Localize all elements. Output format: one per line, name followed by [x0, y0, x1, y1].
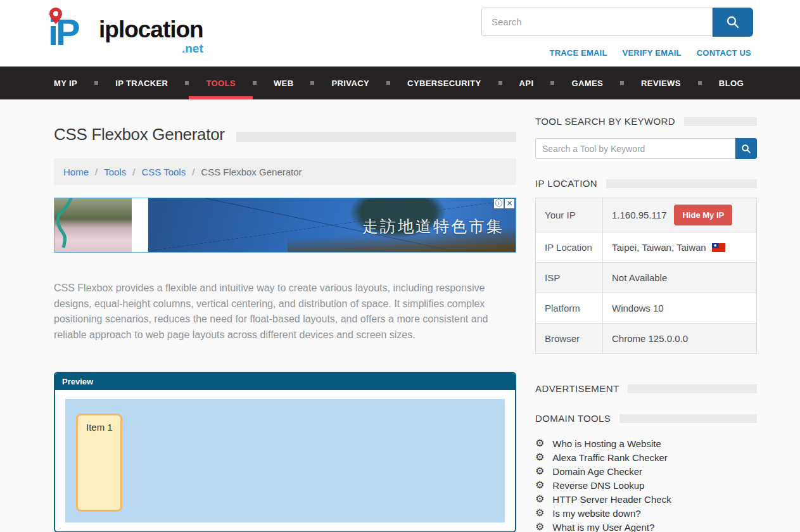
your-ip-value: 1.160.95.117	[612, 210, 666, 220]
hide-my-ip-button[interactable]: Hide My IP	[674, 205, 732, 225]
domain-tools-heading: DOMAIN TOOLS	[535, 413, 611, 424]
ad-image-landscape	[54, 198, 132, 252]
list-item[interactable]: ⚙ Who is Hosting a Website	[535, 436, 757, 450]
flexbox-demo-item: Item 1	[76, 414, 122, 512]
table-row: Platform Windows 10	[536, 293, 756, 324]
nav-separator	[310, 81, 314, 85]
row-label: Your IP	[536, 198, 603, 232]
list-item[interactable]: ⚙ Domain Age Checker	[535, 464, 757, 478]
platform-value: Windows 10	[612, 303, 664, 314]
nav-item-tools[interactable]: TOOLS	[206, 66, 236, 99]
tool-search-input[interactable]	[535, 138, 735, 159]
row-label: ISP	[536, 263, 603, 293]
location-pin-icon	[49, 8, 62, 24]
row-label: Platform	[536, 293, 603, 323]
ad-squiggle-graphic	[54, 198, 132, 253]
ip-info-table: Your IP 1.160.95.117 Hide My IP IP Locat…	[535, 198, 757, 354]
domain-tools-list: ⚙ Who is Hosting a Website ⚙ Alexa Traff…	[535, 436, 757, 532]
trace-email-link[interactable]: TRACE EMAIL	[550, 48, 607, 58]
verify-email-link[interactable]: VERIFY EMAIL	[623, 48, 682, 58]
isp-value: Not Available	[612, 272, 667, 283]
logo-tld: .net	[182, 42, 203, 56]
domain-tool-link[interactable]: What is my User Agent?	[552, 522, 654, 532]
gear-icon: ⚙	[535, 494, 544, 504]
domain-tool-link[interactable]: HTTP Server Header Check	[552, 494, 671, 505]
nav-item-blog[interactable]: BLOG	[719, 66, 744, 99]
page-content: CSS Flexbox Generator Home / Tools / CSS…	[0, 99, 800, 532]
gear-icon: ⚙	[535, 480, 544, 490]
nav-item-cybersecurity[interactable]: CYBERSECURITY	[407, 66, 481, 99]
domain-tool-link[interactable]: Is my website down?	[552, 508, 640, 519]
domain-tool-link[interactable]: Alexa Traffic Rank Checker	[552, 452, 667, 463]
nav-separator	[498, 81, 502, 85]
list-item[interactable]: ⚙ Reverse DNS Lookup	[535, 478, 757, 492]
breadcrumb-separator: /	[192, 167, 194, 177]
nav-separator	[253, 81, 257, 85]
preview-panel-title: Preview	[55, 373, 515, 390]
table-row: Your IP 1.160.95.117 Hide My IP	[536, 198, 756, 232]
flexbox-demo-container: Item 1	[65, 399, 505, 522]
search-icon	[726, 15, 740, 29]
table-row: IP Location Taipei, Taiwan, Taiwan	[536, 232, 756, 263]
logo-text: iplocation .net	[99, 16, 203, 43]
page-title: CSS Flexbox Generator	[54, 125, 225, 144]
logo-name: iplocation	[99, 16, 203, 42]
breadcrumb-tools-link[interactable]: Tools	[104, 167, 126, 177]
domain-tool-link[interactable]: Reverse DNS Lookup	[552, 480, 644, 491]
list-item[interactable]: ⚙ Is my website down?	[535, 506, 757, 520]
header-search-input[interactable]	[481, 8, 713, 36]
breadcrumb-separator: /	[132, 167, 135, 177]
nav-item-ip-tracker[interactable]: IP TRACKER	[115, 66, 168, 99]
ad-image-building: 走訪地道特色市集 ⓘ ✕	[148, 198, 516, 252]
ip-location-value: Taipei, Taiwan, Taiwan	[612, 242, 706, 253]
nav-item-api[interactable]: API	[519, 66, 534, 99]
heading-decoration-bar	[628, 384, 757, 393]
nav-item-reviews[interactable]: REVIEWS	[641, 66, 681, 99]
list-item[interactable]: ⚙ HTTP Server Header Check	[535, 492, 757, 506]
preview-panel: Preview Item 1	[54, 372, 516, 532]
nav-separator	[550, 81, 554, 85]
gear-icon: ⚙	[535, 508, 544, 518]
tool-search-heading: TOOL SEARCH BY KEYWORD	[535, 116, 675, 127]
nav-separator	[94, 81, 98, 85]
header-links: TRACE EMAIL VERIFY EMAIL CONTACT US	[550, 48, 751, 58]
ad-headline: 走訪地道特色市集	[362, 216, 504, 237]
ad-gap	[132, 198, 148, 252]
browser-value: Chrome 125.0.0.0	[612, 333, 688, 344]
gear-icon: ⚙	[535, 452, 544, 462]
heading-decoration-bar	[684, 117, 757, 126]
list-item[interactable]: ⚙ Alexa Traffic Rank Checker	[535, 450, 757, 464]
site-logo[interactable]: iP iplocation .net	[48, 6, 203, 58]
header-search-button[interactable]	[713, 8, 753, 37]
logo-monogram: iP	[48, 6, 98, 58]
advertisement-heading: ADVERTISEMENT	[535, 383, 619, 394]
list-item[interactable]: ⚙ What is my User Agent?	[535, 520, 757, 532]
sidebar: TOOL SEARCH BY KEYWORD IP LOCATION Y	[535, 99, 757, 532]
gear-icon: ⚙	[535, 438, 544, 448]
preview-panel-body: Item 1	[55, 390, 515, 531]
breadcrumb-home-link[interactable]: Home	[63, 167, 89, 177]
ad-close-icon[interactable]: ✕	[505, 199, 514, 208]
header-search	[481, 8, 753, 37]
contact-us-link[interactable]: CONTACT US	[697, 48, 751, 58]
heading-decoration-bar	[619, 414, 757, 423]
nav-item-my-ip[interactable]: MY IP	[54, 66, 77, 99]
row-label: IP Location	[536, 232, 603, 262]
ad-banner[interactable]: 走訪地道特色市集 ⓘ ✕	[54, 198, 516, 253]
tool-search-button[interactable]	[735, 138, 757, 159]
main-nav: MY IP IP TRACKER TOOLS WEB PRIVACY CYBER…	[0, 66, 800, 99]
main-column: CSS Flexbox Generator Home / Tools / CSS…	[54, 99, 516, 532]
domain-tool-link[interactable]: Domain Age Checker	[552, 466, 642, 477]
table-row: ISP Not Available	[536, 263, 756, 293]
tool-description: CSS Flexbox provides a flexible and intu…	[54, 281, 516, 343]
taiwan-flag-icon	[712, 243, 725, 252]
gear-icon: ⚙	[535, 522, 544, 532]
nav-item-privacy[interactable]: PRIVACY	[331, 66, 369, 99]
ad-info-icon[interactable]: ⓘ	[494, 199, 504, 208]
site-header: iP iplocation .net TRACE EMAIL VERIFY EM…	[0, 0, 800, 66]
nav-item-web[interactable]: WEB	[274, 66, 294, 99]
nav-item-games[interactable]: GAMES	[571, 66, 603, 99]
domain-tool-link[interactable]: Who is Hosting a Website	[552, 438, 661, 449]
tool-search	[535, 138, 757, 159]
breadcrumb-css-tools-link[interactable]: CSS Tools	[141, 167, 186, 177]
